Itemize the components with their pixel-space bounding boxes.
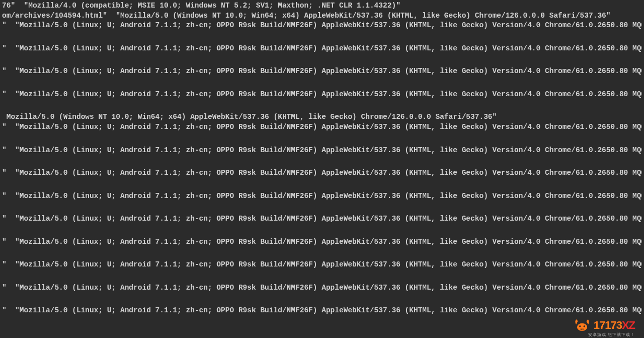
log-line	[2, 77, 642, 90]
log-line: 76" "Mozilla/4.0 (compatible; MSIE 10.0;…	[2, 1, 642, 11]
svg-point-1	[579, 325, 581, 327]
log-line	[2, 178, 642, 191]
terminal-output[interactable]: 76" "Mozilla/4.0 (compatible; MSIE 10.0;…	[0, 0, 644, 317]
log-line	[2, 247, 642, 260]
log-line: " "Mozilla/5.0 (Linux; U; Android 7.1.1;…	[2, 146, 642, 156]
svg-point-0	[577, 323, 587, 331]
log-line: " "Mozilla/5.0 (Linux; U; Android 7.1.1;…	[2, 168, 642, 178]
log-line: " "Mozilla/5.0 (Linux; U; Android 7.1.1;…	[2, 90, 642, 100]
log-line: " "Mozilla/5.0 (Linux; U; Android 7.1.1;…	[2, 260, 642, 270]
log-line: om/archives/104594.html" "Mozilla/5.0 (W…	[2, 11, 642, 21]
log-line	[2, 155, 642, 168]
log-line: " "Mozilla/5.0 (Linux; U; Android 7.1.1;…	[2, 283, 642, 293]
svg-point-5	[583, 329, 584, 330]
log-line	[2, 31, 642, 44]
log-line: " "Mozilla/5.0 (Linux; U; Android 7.1.1;…	[2, 122, 642, 132]
log-line: " "Mozilla/5.0 (Linux; U; Android 7.1.1;…	[2, 191, 642, 201]
bull-icon	[574, 318, 591, 332]
log-line	[2, 201, 642, 214]
log-line: " "Mozilla/5.0 (Linux; U; Android 7.1.1;…	[2, 237, 642, 247]
svg-point-2	[583, 325, 585, 327]
log-line	[2, 270, 642, 283]
log-line	[2, 132, 642, 146]
watermark-text: 17173XZ	[594, 318, 635, 333]
watermark-brand-a: 17173	[594, 319, 622, 331]
log-line: Mozilla/5.0 (Windows NT 10.0; Win64; x64…	[2, 112, 642, 122]
log-line	[2, 293, 642, 306]
log-line: " "Mozilla/5.0 (Linux; U; Android 7.1.1;…	[2, 66, 642, 77]
svg-point-4	[581, 329, 582, 330]
watermark-subtitle: 安卓游戏 想下就下载！	[588, 332, 635, 338]
log-line: " "Mozilla/5.0 (Linux; U; Android 7.1.1;…	[2, 21, 642, 31]
log-line: " "Mozilla/5.0 (Linux; U; Android 7.1.1;…	[2, 44, 642, 54]
log-line	[2, 224, 642, 237]
log-line: " "Mozilla/5.0 (Linux; U; Android 7.1.1;…	[2, 214, 642, 224]
log-line: " "Mozilla/5.0 (Linux; U; Android 7.1.1;…	[2, 306, 642, 316]
log-line	[2, 53, 642, 66]
watermark-brand-b: XZ	[622, 319, 635, 331]
log-line	[2, 99, 642, 112]
watermark-logo: 17173XZ 安卓游戏 想下就下载！	[574, 318, 635, 333]
svg-point-3	[580, 328, 584, 330]
